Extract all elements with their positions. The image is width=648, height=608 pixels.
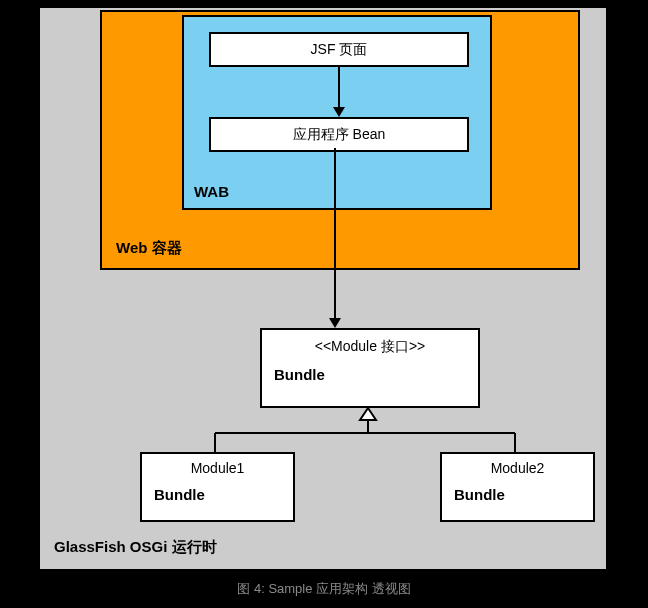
wab-label: WAB bbox=[194, 183, 229, 200]
figure-caption: 图 4: Sample 应用架构 透视图 bbox=[0, 580, 648, 598]
module1-box: Module1 Bundle bbox=[140, 452, 295, 522]
module-stereotype: <<Module 接口>> bbox=[274, 338, 466, 356]
glassfish-label: GlassFish OSGi 运行时 bbox=[54, 538, 217, 557]
module2-box: Module2 Bundle bbox=[440, 452, 595, 522]
module1-bundle-label: Bundle bbox=[154, 486, 281, 503]
svg-marker-3 bbox=[329, 318, 341, 328]
module2-name: Module2 bbox=[454, 460, 581, 476]
bundle-interface-label: Bundle bbox=[274, 366, 466, 383]
svg-marker-1 bbox=[333, 107, 345, 117]
web-container: JSF 页面 应用程序 Bean WAB Web 容器 bbox=[100, 10, 580, 270]
svg-marker-8 bbox=[360, 408, 376, 420]
arrow-modules-to-bundle bbox=[40, 408, 610, 458]
arrow-bean-to-bundle bbox=[334, 148, 336, 328]
web-container-label: Web 容器 bbox=[116, 239, 182, 258]
glassfish-osgi-container: JSF 页面 应用程序 Bean WAB Web 容器 <<Module 接口>… bbox=[38, 6, 608, 571]
module1-name: Module1 bbox=[154, 460, 281, 476]
module2-bundle-label: Bundle bbox=[454, 486, 581, 503]
jsf-page-label: JSF 页面 bbox=[311, 41, 368, 59]
jsf-page-box: JSF 页面 bbox=[209, 32, 469, 67]
app-bean-box: 应用程序 Bean bbox=[209, 117, 469, 152]
app-bean-label: 应用程序 Bean bbox=[293, 126, 386, 144]
arrow-jsf-to-bean bbox=[338, 67, 340, 117]
wab-box: JSF 页面 应用程序 Bean WAB bbox=[182, 15, 492, 210]
module-interface-bundle: <<Module 接口>> Bundle bbox=[260, 328, 480, 408]
